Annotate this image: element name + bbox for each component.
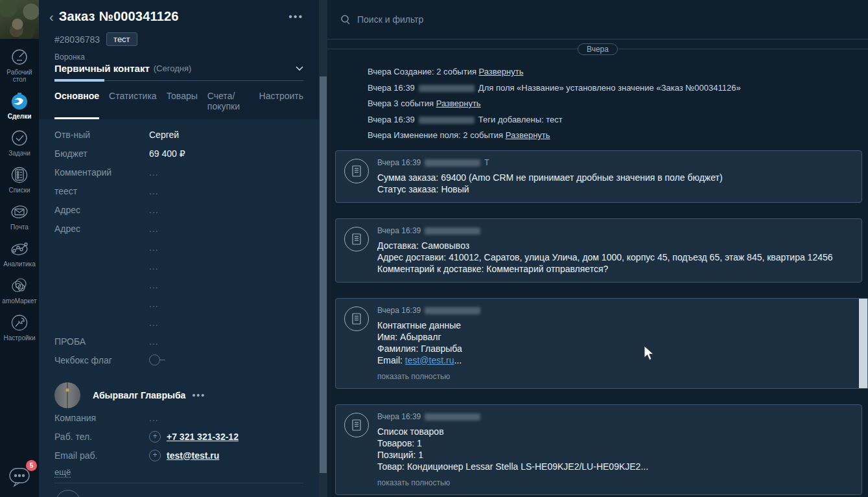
field-label: Чекбокс флаг <box>54 355 149 365</box>
field-label: Комментарий <box>54 167 149 178</box>
expand-link[interactable]: Развернуть <box>479 67 524 76</box>
sidebar-item-label: Списки <box>8 187 30 194</box>
field-row: ... <box>54 238 303 257</box>
contact-field-value[interactable]: ... <box>149 413 159 423</box>
note-text: Имя: Абырвалг <box>377 331 857 343</box>
event-text: Теги добавлены: тест <box>478 115 563 124</box>
field-value[interactable]: ... <box>149 242 159 253</box>
section-divider <box>54 483 303 483</box>
event-text: Вчера Изменение поля: 2 события <box>368 130 506 140</box>
field-value[interactable]: Сергей <box>149 130 179 140</box>
field-row: Комментарий... <box>54 163 303 181</box>
field-row: Чекбокс флаг <box>54 351 303 369</box>
event-time: Вчера 16:39 <box>368 115 415 124</box>
sidebar-item-dashboard[interactable]: Рабочий стол <box>1 47 38 83</box>
deal-title: Заказ №000341126 <box>59 9 289 24</box>
redacted-username <box>425 227 480 235</box>
search-bar[interactable]: Поиск и фильтр <box>327 0 868 40</box>
show-full-link[interactable]: показать полностью <box>377 372 857 381</box>
field-value[interactable]: ... <box>149 261 159 272</box>
left-nav: Рабочий стол Сделки Задачи Списки <box>0 0 39 497</box>
tab-products[interactable]: Товары <box>167 91 198 119</box>
user-avatar[interactable] <box>0 0 39 39</box>
contact-menu-button[interactable]: ••• <box>192 390 205 400</box>
event-text: Вчера 3 события <box>368 98 436 108</box>
tab-configure[interactable]: Настроить <box>259 91 303 119</box>
contact-avatar[interactable] <box>54 382 80 408</box>
deal-fields: Отв-ныйСергей Бюджет69 400 ₽ Комментарий… <box>39 119 319 369</box>
deal-tag[interactable]: тест <box>106 32 137 46</box>
contact-row: Email раб. + test@test.ru <box>54 446 303 465</box>
field-label: Отв-ный <box>54 130 149 140</box>
search-placeholder: Поиск и фильтр <box>357 14 423 25</box>
note-text: Позиций: 1 <box>377 449 851 461</box>
deal-menu-button[interactable]: ••• <box>288 14 303 20</box>
field-value[interactable]: ... <box>149 205 159 215</box>
field-row: Отв-ныйСергей <box>54 125 303 144</box>
panel-scrollbar-thumb[interactable] <box>320 76 327 473</box>
add-email-icon[interactable]: + <box>149 450 161 461</box>
analytics-icon <box>10 239 29 259</box>
note-card: Вчера 16:39 Доставка: Самовывоз Адрес до… <box>335 218 862 283</box>
contact-row: Компания ... <box>54 408 303 427</box>
field-row: ... <box>54 257 303 275</box>
chevron-down-icon[interactable] <box>296 66 303 71</box>
show-full-link[interactable]: показать полностью <box>377 478 851 487</box>
sidebar-item-analytics[interactable]: Аналитика <box>3 239 36 268</box>
dashboard-icon <box>10 47 29 67</box>
sidebar-item-label: amoМаркет <box>2 297 36 305</box>
back-button[interactable]: ‹ <box>49 10 54 23</box>
field-row: ... <box>54 313 303 332</box>
note-text: Адрес доставки: 410012, Саратов, улица У… <box>377 251 851 275</box>
tab-statistics[interactable]: Статистика <box>109 91 157 119</box>
contact-more-link[interactable]: ещё <box>54 467 71 478</box>
sidebar-item-deals[interactable]: Сделки <box>8 91 32 120</box>
checkbox-flag-toggle[interactable] <box>149 354 160 365</box>
panel-scrollbar[interactable] <box>319 0 327 497</box>
field-label: ПРОБА <box>54 336 149 347</box>
note-author-suffix: Т <box>484 158 489 167</box>
contact-name[interactable]: Абырвалг Главрыба <box>93 390 185 400</box>
add-phone-icon[interactable]: + <box>149 431 161 443</box>
tab-main[interactable]: Основное <box>54 91 99 119</box>
contact-row: Раб. тел. + +7 321 321-32-12 <box>54 427 303 446</box>
field-label: Бюджет <box>54 148 149 159</box>
sidebar-item-label: Аналитика <box>3 260 36 268</box>
note-time: Вчера 16:39 <box>377 158 421 167</box>
sidebar-item-tasks[interactable]: Задачи <box>8 128 30 157</box>
stage-name[interactable]: Первичный контакт <box>54 63 150 74</box>
field-row: ... <box>54 294 303 313</box>
sidebar-item-amomarket[interactable]: amoМаркет <box>2 276 36 305</box>
field-value[interactable]: ... <box>149 167 159 178</box>
sidebar-item-label: Сделки <box>8 113 32 120</box>
sidebar-item-settings[interactable]: Настройки <box>3 313 35 341</box>
contact-phone-link[interactable]: +7 321 321-32-12 <box>167 432 239 442</box>
day-divider-pill[interactable]: Вчера <box>578 43 618 55</box>
contact-email-link[interactable]: test@test.ru <box>167 450 219 461</box>
support-chat-button[interactable]: 5 <box>7 465 32 491</box>
timeline-event: Вчера 3 события Развернуть <box>368 96 855 112</box>
expand-link[interactable]: Развернуть <box>506 130 550 140</box>
sidebar-item-label: Задачи <box>8 150 30 157</box>
field-value[interactable]: ... <box>149 318 159 328</box>
field-value[interactable]: ... <box>149 299 159 309</box>
sidebar-item-label: Настройки <box>3 334 35 341</box>
sidebar-item-mail[interactable]: Почта <box>10 202 29 231</box>
field-value[interactable]: ... <box>149 336 159 347</box>
sidebar-item-lists[interactable]: Списки <box>8 165 30 194</box>
field-value[interactable]: ... <box>149 186 159 196</box>
field-value[interactable]: ... <box>149 280 159 290</box>
sidebar-item-label: Почта <box>10 224 29 231</box>
field-value[interactable]: 69 400 ₽ <box>149 148 185 159</box>
deal-number: #28036783 <box>54 34 100 45</box>
stage-note: (Сегодня) <box>154 64 296 73</box>
email-link[interactable]: test@test.ru <box>405 355 454 365</box>
note-card-scrollbar[interactable] <box>859 299 867 388</box>
add-entity-circle[interactable] <box>56 490 80 497</box>
stage-progress-bar[interactable] <box>54 79 303 82</box>
note-card: Вчера 16:39Т Сумма заказа: 69400 (Amo CR… <box>335 150 862 203</box>
redacted-username <box>425 159 480 167</box>
field-value[interactable]: ... <box>149 224 159 234</box>
tab-invoices[interactable]: Счета/покупки <box>207 91 250 119</box>
expand-link[interactable]: Развернуть <box>436 98 481 108</box>
